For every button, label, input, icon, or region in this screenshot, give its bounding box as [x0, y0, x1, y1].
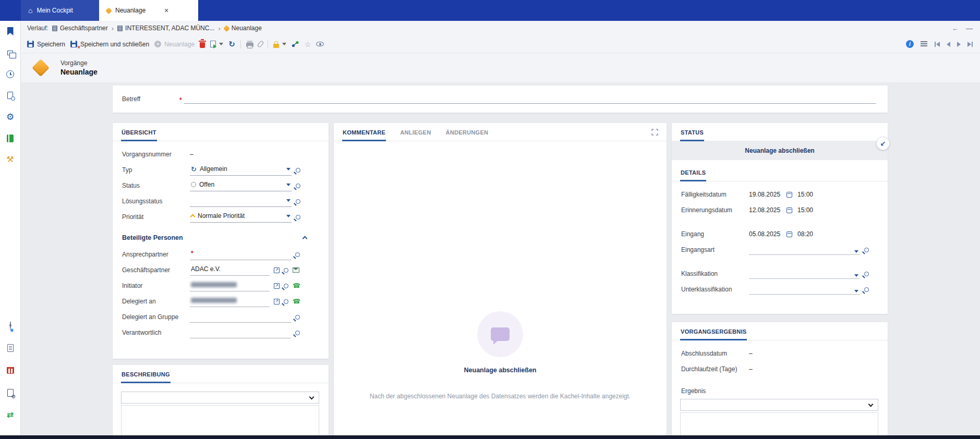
- sidebar-notes-button[interactable]: [4, 342, 17, 354]
- first-record-button[interactable]: [935, 42, 940, 47]
- ergebnis-textarea[interactable]: [680, 412, 878, 436]
- neuanlage-abschliessen-button[interactable]: Neuanlage abschließen: [672, 141, 888, 160]
- tab-vorgangsergebnis[interactable]: VORGANGSERGEBNIS: [680, 322, 747, 340]
- tab-details[interactable]: DETAILS: [680, 163, 706, 181]
- sidebar-docsettings-button[interactable]: ⚙: [4, 386, 17, 399]
- geschaeftspartner-input[interactable]: ADAC e.V.: [190, 265, 270, 276]
- save-and-close-button[interactable]: × Speichern und schließen: [70, 41, 149, 48]
- search-icon[interactable]: [284, 299, 288, 304]
- open-record-icon[interactable]: ↗: [274, 283, 280, 289]
- status-input[interactable]: Offen: [190, 180, 292, 191]
- email-icon[interactable]: [293, 267, 299, 273]
- time-value[interactable]: 15:00: [797, 191, 813, 198]
- save-button[interactable]: Speichern: [27, 41, 65, 48]
- tab-kommentare[interactable]: KOMMENTARE: [342, 123, 386, 141]
- dropdown-caret-icon[interactable]: [854, 290, 858, 292]
- betreff-input[interactable]: [184, 93, 876, 104]
- klassifikation-input[interactable]: [749, 269, 860, 279]
- search-icon[interactable]: [295, 252, 300, 257]
- calendar-icon[interactable]: [787, 231, 792, 237]
- tab-neuanlage[interactable]: Neuanlage ×: [99, 0, 198, 21]
- tab-mein-cockpit[interactable]: ⌂ Mein Cockpit: [21, 0, 99, 21]
- phone-icon[interactable]: ☎: [293, 283, 300, 289]
- search-icon[interactable]: [284, 268, 288, 273]
- initiator-input[interactable]: [190, 281, 270, 291]
- sidebar-favorites-button[interactable]: [4, 25, 17, 38]
- search-icon[interactable]: [864, 248, 869, 252]
- verantwortlich-input[interactable]: [190, 327, 291, 338]
- time-value[interactable]: 15:00: [797, 206, 813, 214]
- breadcrumb-item-geschaeftspartner[interactable]: Geschäftspartner: [52, 25, 108, 32]
- breadcrumb-item-neuanlage[interactable]: Neuanlage: [224, 25, 262, 32]
- eingangsart-input[interactable]: [749, 245, 860, 255]
- delegiert-an-gruppe-input[interactable]: [190, 312, 291, 323]
- dropdown-caret-icon[interactable]: [286, 215, 291, 217]
- loesungsstatus-input[interactable]: [190, 196, 292, 207]
- tab-uebersicht[interactable]: ÜBERSICHT: [121, 123, 157, 141]
- dock-back-icon[interactable]: ←: [952, 25, 959, 32]
- beschreibung-select[interactable]: [121, 392, 319, 404]
- fullscreen-icon[interactable]: [651, 129, 658, 136]
- search-icon[interactable]: [295, 315, 300, 320]
- collapse-panel-button[interactable]: ↙: [876, 137, 890, 150]
- dropdown-caret-icon[interactable]: [286, 199, 291, 202]
- search-icon[interactable]: [296, 168, 300, 173]
- dropdown-caret-icon[interactable]: [854, 250, 858, 253]
- prioritaet-input[interactable]: Normale Priorität: [190, 212, 292, 223]
- permissions-button[interactable]: [273, 41, 286, 48]
- phone-icon[interactable]: ☎: [293, 298, 300, 304]
- sidebar-apps-button[interactable]: [4, 46, 17, 59]
- breadcrumb-item-interessent[interactable]: INTERESSENT, ADAC MÜNC...: [117, 25, 214, 32]
- view-list-icon[interactable]: [921, 41, 928, 47]
- sidebar-watch-button[interactable]: ★: [4, 319, 17, 332]
- date-value[interactable]: 05.08.2025: [749, 230, 787, 238]
- date-value[interactable]: 19.08.2025: [749, 191, 787, 198]
- beschreibung-textarea[interactable]: [121, 405, 319, 437]
- watch-button[interactable]: [316, 42, 324, 46]
- delegiert-an-input[interactable]: [190, 296, 270, 307]
- previous-record-button[interactable]: [947, 42, 950, 47]
- search-icon[interactable]: [296, 215, 300, 219]
- info-icon[interactable]: i: [906, 40, 914, 48]
- typ-input[interactable]: ↻ Allgemein: [190, 165, 292, 176]
- calendar-icon[interactable]: [787, 208, 792, 213]
- attachment-button[interactable]: [259, 41, 262, 47]
- sidebar-tools-button[interactable]: ⚒: [4, 153, 17, 166]
- minimize-icon[interactable]: —: [966, 25, 973, 32]
- next-record-button[interactable]: [957, 42, 961, 47]
- refresh-button[interactable]: ↻: [228, 40, 235, 48]
- tab-status[interactable]: STATUS: [680, 123, 704, 141]
- close-tab-icon[interactable]: ×: [164, 7, 168, 14]
- collapse-chevron-icon[interactable]: [303, 236, 308, 241]
- search-icon[interactable]: [296, 199, 300, 204]
- search-icon[interactable]: [284, 284, 288, 288]
- convert-button[interactable]: [210, 41, 223, 47]
- search-icon[interactable]: [295, 331, 300, 335]
- sidebar-history-button[interactable]: [4, 68, 17, 80]
- dropdown-caret-icon[interactable]: [286, 184, 291, 186]
- search-icon[interactable]: [864, 272, 869, 276]
- dropdown-caret-icon[interactable]: [286, 168, 291, 170]
- last-record-button[interactable]: [967, 42, 973, 47]
- ergebnis-select[interactable]: [680, 399, 878, 411]
- open-record-icon[interactable]: ↗: [274, 267, 280, 273]
- favorite-button[interactable]: ☆: [305, 41, 311, 48]
- date-value[interactable]: 12.08.2025: [749, 206, 787, 214]
- open-record-icon[interactable]: ↗: [274, 299, 280, 304]
- tab-anliegen[interactable]: ANLIEGEN: [400, 123, 431, 141]
- search-icon[interactable]: [864, 287, 869, 292]
- link-button[interactable]: [292, 41, 299, 47]
- time-value[interactable]: 08:20: [797, 230, 813, 238]
- sidebar-addressbook-button[interactable]: [4, 132, 17, 144]
- delete-button[interactable]: [200, 40, 205, 48]
- tab-beschreibung[interactable]: BESCHREIBUNG: [121, 365, 171, 383]
- tab-aenderungen[interactable]: ÄNDERUNGEN: [445, 123, 489, 141]
- ansprechpartner-input[interactable]: *: [190, 249, 291, 260]
- sidebar-sync-button[interactable]: ⇄: [4, 409, 17, 421]
- sidebar-search-button[interactable]: [4, 89, 17, 102]
- unterklassifikation-input[interactable]: [749, 284, 860, 295]
- dropdown-caret-icon[interactable]: [854, 274, 858, 277]
- search-icon[interactable]: [296, 184, 300, 188]
- sidebar-calendar-button[interactable]: [4, 364, 17, 376]
- sidebar-settings-button[interactable]: ⚙: [4, 111, 17, 123]
